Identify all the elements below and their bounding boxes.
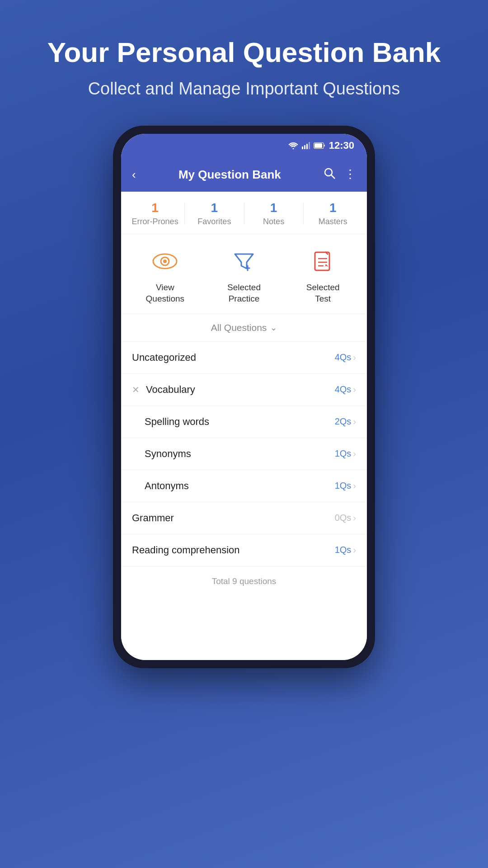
list-item-synonyms-label: Synonyms [145,448,191,460]
list-item-uncategorized[interactable]: Uncategorized 4Qs › [121,342,367,374]
list-item-antonyms[interactable]: Antonyms 1Qs › [121,470,367,502]
svg-line-8 [331,175,335,179]
view-questions-button[interactable]: ViewQuestions [126,245,205,304]
wifi-icon [288,142,298,149]
selected-practice-label: SelectedPractice [227,282,261,304]
total-row: Total 9 questions [121,566,367,596]
list-item-vocabulary-count: 4Qs [335,384,352,395]
list-item-vocabulary[interactable]: ✕ Vocabulary 4Qs › [121,374,367,406]
notepad-icon [311,250,335,273]
search-icon[interactable] [324,167,335,182]
stat-favorites-number: 1 [211,201,218,215]
list-item-vocabulary-right: 4Qs › [335,384,356,395]
filter-label: All Questions [211,322,267,333]
status-bar: 12:30 [121,134,367,157]
stat-error-prones[interactable]: 1 Error-Prones [126,201,184,226]
stat-notes-number: 1 [270,201,277,215]
filter-chevron-icon: ⌄ [270,323,277,333]
vocabulary-collapse-icon[interactable]: ✕ [132,384,140,395]
list-item-spelling-words-chevron: › [353,416,356,427]
stat-masters[interactable]: 1 Masters [304,201,362,226]
hero-subtitle: Collect and Manage Important Questions [61,79,427,99]
stat-notes-label: Notes [263,217,284,226]
stat-favorites-label: Favorites [197,217,231,226]
list-item-spelling-words-label: Spelling words [145,416,209,428]
list-item-spelling-words[interactable]: Spelling words 2Qs › [121,406,367,438]
svg-point-0 [292,148,294,150]
svg-point-7 [325,169,332,176]
selected-practice-button[interactable]: SelectedPractice [205,245,284,304]
list-item-reading-comprehension-label: Reading comprehension [132,544,240,556]
list-item-grammer-count: 0Qs [335,513,352,523]
battery-icon [314,142,325,149]
stat-masters-label: Masters [319,217,347,226]
view-questions-label: ViewQuestions [146,282,185,304]
list-item-antonyms-chevron: › [353,481,356,491]
list-item-spelling-words-right: 2Qs › [335,416,356,427]
question-list: Uncategorized 4Qs › ✕ Vocabulary 4Qs › [121,342,367,660]
stat-notes[interactable]: 1 Notes [244,201,303,226]
list-item-grammer[interactable]: Grammer 0Qs › [121,502,367,534]
list-item-uncategorized-right: 4Qs › [335,352,356,363]
list-item-antonyms-right: 1Qs › [335,481,356,491]
status-time: 12:30 [329,140,354,151]
app-bar-icons: ⋮ [324,167,356,182]
list-item-uncategorized-chevron: › [353,352,356,363]
stat-error-prones-label: Error-Prones [132,217,178,226]
svg-rect-6 [314,143,322,148]
selected-test-button[interactable]: SelectedTest [283,245,362,304]
list-item-synonyms-chevron: › [353,448,356,459]
stat-masters-number: 1 [329,201,337,215]
app-bar: ‹ My Question Bank ⋮ [121,157,367,192]
list-item-reading-comprehension[interactable]: Reading comprehension 1Qs › [121,534,367,566]
list-item-vocabulary-label: Vocabulary [146,384,195,396]
list-item-spelling-words-left: Spelling words [145,416,335,428]
svg-rect-3 [306,144,308,149]
list-item-synonyms-right: 1Qs › [335,448,356,459]
list-item-reading-comprehension-chevron: › [353,545,356,555]
list-item-vocabulary-left: ✕ Vocabulary [132,384,335,396]
svg-rect-14 [315,252,329,270]
list-item-spelling-words-count: 2Qs [335,416,352,427]
list-item-grammer-chevron: › [353,513,356,523]
eye-icon-wrap [149,245,181,278]
list-item-antonyms-count: 1Qs [335,481,352,491]
list-item-grammer-left: Grammer [132,512,335,524]
list-item-reading-comprehension-right: 1Qs › [335,545,356,555]
selected-test-label: SelectedTest [306,282,340,304]
list-item-reading-comprehension-left: Reading comprehension [132,544,335,556]
hero-title: Your Personal Question Bank [20,36,468,68]
list-item-uncategorized-left: Uncategorized [132,352,335,363]
signal-icon [302,142,310,149]
filter-icon [232,250,256,273]
list-item-vocabulary-chevron: › [353,384,356,395]
filter-icon-wrap [228,245,260,278]
notepad-icon-wrap [307,245,339,278]
phone-mockup: 12:30 ‹ My Question Bank ⋮ 1 Error-Pro [113,126,375,668]
status-icons: 12:30 [288,140,354,151]
phone-screen: 12:30 ‹ My Question Bank ⋮ 1 Error-Pro [121,134,367,660]
back-icon[interactable]: ‹ [132,168,136,182]
eye-icon [152,252,178,270]
list-item-reading-comprehension-count: 1Qs [335,545,352,555]
list-item-synonyms-left: Synonyms [145,448,335,460]
list-item-grammer-right: 0Qs › [335,513,356,523]
list-item-synonyms[interactable]: Synonyms 1Qs › [121,438,367,470]
stats-row: 1 Error-Prones 1 Favorites 1 Notes 1 Mas… [121,192,367,234]
svg-rect-1 [302,146,303,149]
list-item-uncategorized-count: 4Qs [335,352,352,363]
list-item-antonyms-label: Antonyms [145,480,189,492]
svg-point-11 [163,259,167,263]
svg-rect-2 [304,145,305,149]
actions-row: ViewQuestions SelectedPractice [121,234,367,314]
svg-rect-4 [309,142,310,149]
filter-row[interactable]: All Questions ⌄ [121,314,367,342]
total-label: Total 9 questions [212,576,277,586]
list-item-uncategorized-label: Uncategorized [132,352,196,363]
list-item-synonyms-count: 1Qs [335,448,352,459]
list-item-antonyms-left: Antonyms [145,480,335,492]
stat-favorites[interactable]: 1 Favorites [185,201,244,226]
stat-error-prones-number: 1 [151,201,159,215]
more-options-icon[interactable]: ⋮ [344,167,356,182]
list-item-grammer-label: Grammer [132,512,174,524]
